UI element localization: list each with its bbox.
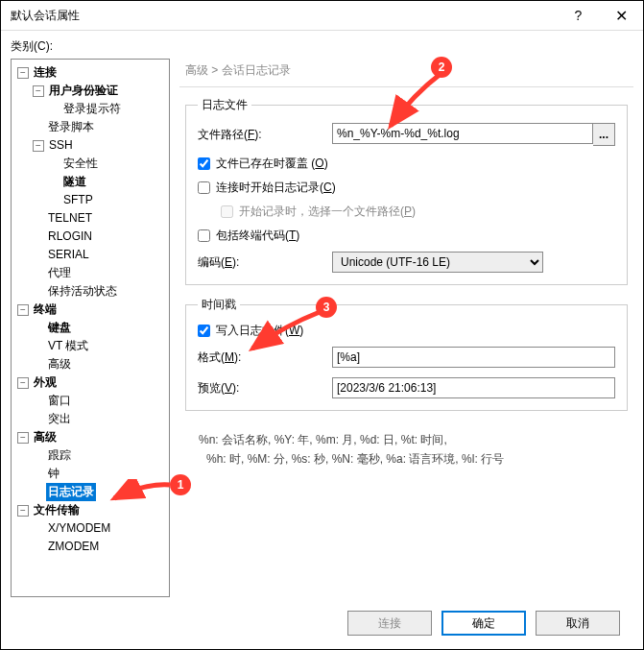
breadcrumb: 高级 > 会话日志记录 [179, 59, 633, 87]
connect-button: 连接 [347, 611, 432, 636]
close-button[interactable]: ✕ [600, 1, 643, 30]
tree-toggle[interactable]: − [17, 67, 29, 79]
start-hint-row: 开始记录时，选择一个文件路径(P) [221, 204, 615, 220]
breadcrumb-current: 会话日志记录 [222, 63, 291, 77]
settings-panel: 高级 > 会话日志记录 日志文件 文件路径(F): ... [179, 59, 633, 597]
tree-logging[interactable]: 日志记录 [46, 483, 96, 501]
tree-rlogin[interactable]: RLOGIN [46, 228, 94, 246]
tree-connection[interactable]: 连接 [32, 63, 59, 82]
write-timestamp-row: 写入日志文件(W) [198, 323, 615, 339]
tree-toggle[interactable]: − [33, 85, 44, 97]
tree-vtmode[interactable]: VT 模式 [46, 337, 90, 355]
ok-button[interactable]: 确定 [441, 611, 526, 636]
log-file-group: 日志文件 文件路径(F): ... 文件已存在时覆盖 (O) [185, 97, 628, 285]
overwrite-checkbox[interactable] [198, 157, 210, 170]
tree-toggle[interactable]: − [17, 304, 29, 316]
include-term-checkbox[interactable] [198, 229, 210, 242]
category-tree[interactable]: −连接 −用户身份验证 登录提示符 登录脚本 −SSH 安全性 隧道 SFTP [11, 59, 170, 597]
tree-window[interactable]: 窗口 [46, 392, 73, 410]
tree-sftp[interactable]: SFTP [61, 191, 95, 209]
cancel-button[interactable]: 取消 [536, 611, 620, 636]
dialog-footer: 连接 确定 取消 [11, 597, 633, 649]
format-input[interactable] [332, 347, 615, 368]
timestamp-group: 时间戳 写入日志文件(W) 格式(M): 预览(V): [185, 297, 628, 411]
tree-proxy[interactable]: 代理 [46, 264, 73, 282]
encoding-label: 编码(E): [198, 254, 332, 271]
tree-serial[interactable]: SERIAL [46, 246, 91, 264]
dialog-title: 默认会话属性 [11, 8, 557, 24]
format-hint: %n: 会话名称, %Y: 年, %m: 月, %d: 日, %t: 时间, %… [179, 422, 633, 469]
overwrite-label: 文件已存在时覆盖 (O) [216, 156, 328, 172]
tree-toggle[interactable]: − [17, 432, 29, 444]
help-button[interactable]: ? [557, 1, 600, 30]
category-label: 类别(C): [11, 38, 633, 55]
start-hint-label: 开始记录时，选择一个文件路径(P) [239, 204, 416, 220]
timestamp-legend: 时间戳 [198, 297, 240, 313]
tree-xymodem[interactable]: X/YMODEM [46, 519, 112, 538]
tree-terminal-advanced[interactable]: 高级 [46, 355, 73, 373]
tree-advanced[interactable]: 高级 [32, 428, 59, 446]
titlebar: 默认会话属性 ? ✕ [1, 1, 643, 31]
tree-security[interactable]: 安全性 [61, 155, 100, 173]
tree-trace[interactable]: 跟踪 [46, 446, 73, 465]
tree-zmodem[interactable]: ZMODEM [46, 538, 101, 556]
tree-login-script[interactable]: 登录脚本 [46, 118, 96, 136]
format-label: 格式(M): [198, 349, 332, 366]
tree-keyboard[interactable]: 键盘 [46, 319, 73, 337]
start-on-connect-label: 连接时开始日志记录(C) [216, 180, 336, 196]
tree-ssh[interactable]: SSH [47, 136, 75, 155]
breadcrumb-parent: 高级 [185, 63, 208, 77]
write-timestamp-checkbox[interactable] [198, 325, 210, 337]
tree-bell[interactable]: 钟 [46, 465, 61, 483]
tree-keepalive[interactable]: 保持活动状态 [46, 282, 119, 301]
log-file-legend: 日志文件 [198, 97, 251, 113]
write-timestamp-label: 写入日志文件(W) [216, 323, 303, 339]
include-term-label: 包括终端代码(T) [216, 228, 299, 244]
tree-appearance[interactable]: 外观 [32, 373, 59, 392]
tree-filetransfer[interactable]: 文件传输 [32, 501, 82, 519]
file-path-input[interactable] [332, 123, 593, 144]
tree-login-prompt[interactable]: 登录提示符 [61, 100, 123, 118]
start-hint-checkbox [221, 205, 233, 218]
tree-toggle[interactable]: − [17, 377, 29, 389]
tree-terminal[interactable]: 终端 [32, 301, 59, 319]
encoding-select[interactable]: Unicode (UTF-16 LE) [332, 252, 543, 273]
overwrite-checkbox-row: 文件已存在时覆盖 (O) [198, 156, 615, 172]
preview-label: 预览(V): [198, 380, 332, 397]
tree-telnet[interactable]: TELNET [46, 209, 94, 228]
tree-toggle[interactable]: − [33, 140, 44, 152]
browse-button[interactable]: ... [593, 123, 615, 146]
tree-tunnel[interactable]: 隧道 [61, 173, 88, 191]
include-term-row: 包括终端代码(T) [198, 228, 615, 244]
start-on-connect-checkbox[interactable] [198, 181, 210, 194]
tree-user-auth[interactable]: 用户身份验证 [47, 82, 120, 100]
tree-toggle[interactable]: − [17, 505, 29, 517]
tree-highlight[interactable]: 突出 [46, 410, 73, 428]
preview-output [332, 377, 615, 398]
file-path-label: 文件路径(F): [198, 127, 332, 143]
start-on-connect-row: 连接时开始日志记录(C) [198, 180, 615, 196]
